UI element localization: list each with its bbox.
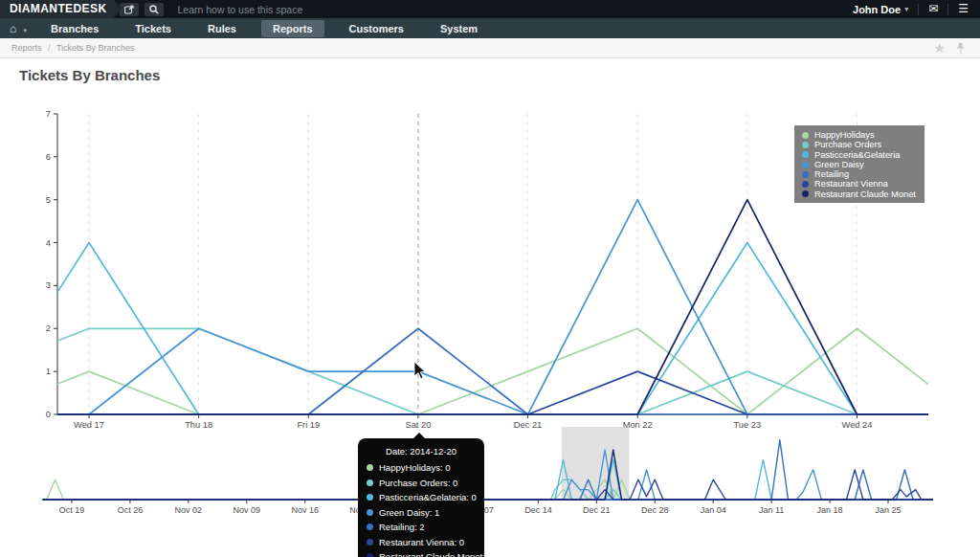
tooltip-row: Retailing: 2 [367, 520, 476, 535]
x-axis-label: Sat 20 [405, 420, 431, 430]
tooltip-value: HappyHolidays: 0 [379, 460, 450, 476]
legend-label: Pasticceria&Gelateria [814, 150, 900, 160]
chart-legend: HappyHolidaysPurchase OrdersPasticceria&… [794, 125, 924, 203]
tooltip-value: Purchase Orders: 0 [379, 476, 457, 491]
y-axis-label: 5 [46, 195, 51, 205]
mini-series-line-restaurant-claude-monet [43, 450, 933, 500]
tooltip-arrow [412, 433, 426, 439]
range-selector-chart[interactable]: Oct 19Oct 26Nov 02Nov 09Nov 16Nov 23Nov … [43, 427, 933, 515]
legend-swatch [802, 190, 809, 197]
tooltip-row: Purchase Orders: 0 [367, 476, 476, 491]
legend-item: Restaurant Vienna [802, 179, 917, 189]
mini-x-axis-label: Jan 04 [701, 505, 726, 515]
y-axis-label: 1 [46, 367, 51, 376]
y-axis-label: 0 [46, 410, 51, 419]
legend-label: Restaurant Claude Monet [814, 189, 916, 199]
y-axis-label: 7 [46, 109, 51, 119]
legend-item: Pasticceria&Gelateria [802, 150, 917, 160]
legend-item: HappyHolidays [802, 130, 917, 140]
cursor-arrow-icon [414, 362, 425, 379]
legend-swatch [802, 162, 809, 168]
tooltip-row: Restaurant Claude Monet: 0 [367, 549, 476, 557]
charts-canvas: Wed 17Thu 18Fri 19Sat 20Dec 21Mon 22Tue … [0, 0, 980, 557]
legend-swatch [802, 151, 809, 158]
y-axis-label: 2 [46, 323, 51, 333]
y-axis-label: 6 [46, 152, 51, 162]
y-axis-label: 4 [46, 238, 51, 248]
mini-x-axis-label: Oct 26 [118, 505, 144, 515]
legend-item: Green Daisy [802, 160, 917, 169]
x-axis-label: Dec 21 [514, 420, 542, 430]
series-line-green-daisy [0, 200, 967, 414]
legend-swatch [802, 181, 809, 188]
tooltip-value: Restaurant Claude Monet: 0 [379, 549, 493, 557]
mini-x-axis-label: Nov 09 [234, 505, 261, 515]
mini-x-axis-label: Nov 16 [291, 505, 319, 515]
legend-label: Green Daisy [814, 160, 864, 169]
tooltip-value: Restaurant Vienna: 0 [379, 535, 464, 550]
legend-item: Restaurant Claude Monet [802, 189, 917, 199]
x-axis-label: Thu 18 [185, 420, 212, 430]
tooltip-swatch [367, 464, 373, 471]
mini-x-axis-label: Dec 21 [583, 505, 611, 515]
tooltip-box: Date: 2014-12-20 HappyHolidays: 0Purchas… [358, 438, 484, 557]
mini-x-axis-label: Jan 25 [875, 505, 901, 515]
legend-swatch [802, 132, 809, 139]
tooltip-swatch [367, 539, 373, 546]
tooltip-row: Green Daisy: 1 [367, 505, 476, 521]
x-axis-label: Tue 23 [734, 420, 762, 430]
tooltip-swatch [367, 509, 373, 516]
x-axis-label: Wed 24 [842, 420, 873, 430]
legend-item: Purchase Orders [802, 140, 917, 149]
legend-label: HappyHolidays [814, 130, 875, 140]
tooltip-date: Date: 2014-12-20 [367, 446, 476, 457]
mini-series-line-green-daisy [43, 450, 933, 500]
series-line-restaurant-claude-monet [0, 200, 967, 414]
mini-x-axis-label: Nov 02 [175, 505, 203, 515]
tooltip-row: Restaurant Vienna: 0 [367, 535, 476, 550]
tooltip-swatch [367, 479, 373, 486]
mini-series-line-retailing [43, 440, 933, 500]
mini-x-axis-label: Oct 19 [59, 505, 85, 515]
mini-x-axis-label: Jan 18 [817, 505, 843, 515]
mouse-cursor [414, 362, 425, 379]
legend-label: Retailing [814, 169, 849, 179]
mini-x-axis-label: Dec 14 [524, 505, 552, 515]
x-axis-label: Fri 19 [297, 420, 320, 430]
tooltip-swatch [367, 524, 373, 530]
tooltip-swatch [367, 553, 373, 557]
legend-swatch [802, 171, 809, 178]
legend-label: Restaurant Vienna [814, 179, 888, 189]
legend-item: Retailing [802, 169, 917, 179]
tooltip-value: Retailing: 2 [379, 520, 425, 535]
tooltip-row: Pasticceria&Gelateria: 0 [367, 490, 476, 505]
mini-x-axis-label: Jan 11 [759, 505, 784, 515]
mini-x-axis-label: Dec 28 [641, 505, 669, 515]
x-axis-label: Wed 17 [74, 420, 104, 430]
chart-tooltip: Date: 2014-12-20 HappyHolidays: 0Purchas… [358, 433, 484, 557]
mini-series-line-pasticceria-gelateria [43, 459, 933, 500]
y-axis-label: 3 [46, 280, 51, 290]
tooltip-row: HappyHolidays: 0 [367, 460, 476, 476]
tooltip-swatch [367, 494, 373, 501]
legend-swatch [802, 142, 809, 148]
tooltip-value: Pasticceria&Gelateria: 0 [379, 490, 477, 505]
legend-label: Purchase Orders [814, 140, 881, 149]
tooltip-value: Green Daisy: 1 [379, 505, 439, 521]
